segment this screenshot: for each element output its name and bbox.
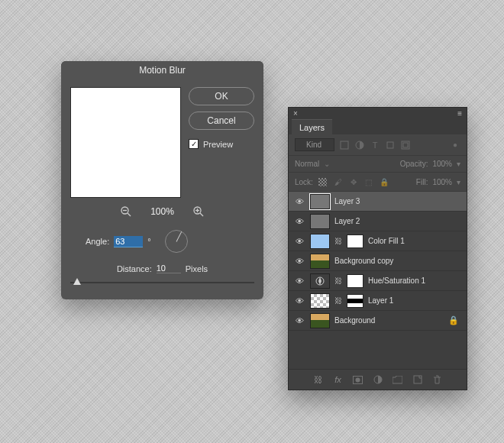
layer-name[interactable]: Hue/Saturation 1 [368, 276, 462, 285]
lock-pixels-icon[interactable]: 🖌 [333, 176, 344, 187]
layer-row[interactable]: 👁 ⛓ Hue/Saturation 1 [289, 271, 467, 291]
slider-thumb-icon[interactable] [73, 278, 81, 285]
filter-smart-icon[interactable] [400, 140, 411, 150]
lock-icon: 🔒 [448, 315, 459, 325]
layer-thumb[interactable] [310, 194, 330, 209]
layer-style-icon[interactable]: fx [333, 374, 344, 385]
angle-label: Angle: [86, 237, 109, 246]
svg-line-1 [128, 213, 131, 216]
new-layer-icon[interactable] [412, 374, 423, 385]
motion-blur-dialog: Motion Blur OK Cancel ✓ Preview 100% [61, 61, 263, 299]
layer-name[interactable]: Background copy [334, 257, 462, 265]
dialog-title[interactable]: Motion Blur [61, 61, 263, 79]
layer-name[interactable]: Color Fill 1 [368, 237, 462, 245]
layer-row[interactable]: 👁 ⛓ Layer 1 [289, 291, 467, 311]
layer-filter-kind[interactable] [295, 138, 334, 151]
visibility-icon[interactable]: 👁 [293, 276, 305, 286]
layer-thumb[interactable] [310, 254, 330, 269]
zoom-percent: 100% [150, 206, 174, 217]
layer-row[interactable]: 👁 Background 🔒 [289, 311, 467, 331]
layers-panel: × ≡ Layers T ● Normal ⌄ Opacity: 100% ▾ … [288, 107, 467, 390]
layer-name[interactable]: Layer 3 [334, 197, 462, 205]
filter-toggle-icon[interactable]: ● [450, 140, 460, 150]
adjustment-icon[interactable] [310, 273, 330, 289]
link-icon[interactable]: ⛓ [334, 296, 342, 305]
preview-checkbox[interactable]: ✓ [189, 139, 199, 149]
visibility-icon[interactable]: 👁 [293, 296, 305, 306]
layer-row[interactable]: 👁 Layer 2 [289, 212, 467, 231]
layer-mask[interactable] [347, 234, 363, 248]
angle-input[interactable] [114, 236, 143, 247]
fill-label: Fill: [416, 178, 428, 186]
layer-row[interactable]: 👁 Layer 3 [289, 192, 467, 212]
fill-value[interactable]: 100% [432, 178, 452, 186]
svg-rect-11 [403, 143, 408, 147]
tab-layers[interactable]: Layers [292, 119, 332, 134]
zoom-in-icon[interactable] [192, 205, 205, 218]
lock-label: Lock: [295, 178, 313, 186]
opacity-label: Opacity: [400, 160, 428, 168]
svg-point-17 [356, 377, 360, 382]
layer-name[interactable]: Background [334, 316, 444, 325]
layer-thumb[interactable] [310, 234, 330, 249]
filter-shape-icon[interactable] [385, 140, 396, 150]
distance-input[interactable] [157, 264, 181, 273]
svg-rect-12 [318, 178, 327, 186]
layer-name[interactable]: Layer 2 [334, 217, 462, 225]
link-layers-icon[interactable]: ⛓ [313, 374, 324, 385]
visibility-icon[interactable]: 👁 [293, 237, 305, 246]
new-group-icon[interactable] [393, 374, 403, 385]
filter-preview[interactable] [70, 87, 181, 198]
layer-thumb[interactable] [310, 293, 330, 309]
filter-adjust-icon[interactable] [354, 140, 365, 150]
svg-rect-9 [387, 142, 393, 148]
layer-mask[interactable] [347, 274, 363, 288]
panel-menu-icon[interactable]: ≡ [457, 109, 462, 118]
delete-layer-icon[interactable] [432, 374, 443, 385]
lock-all-icon[interactable]: 🔒 [379, 176, 389, 187]
filter-type-icon[interactable]: T [370, 140, 380, 150]
link-icon[interactable]: ⛓ [334, 276, 342, 285]
cancel-button[interactable]: Cancel [189, 112, 254, 130]
svg-rect-19 [414, 376, 422, 383]
lock-position-icon[interactable]: ✥ [348, 176, 359, 187]
zoom-out-icon[interactable] [120, 205, 132, 218]
link-icon[interactable]: ⛓ [334, 237, 342, 245]
filter-pixel-icon[interactable] [339, 140, 350, 150]
lock-artboard-icon[interactable]: ⬚ [363, 176, 374, 187]
layer-mask[interactable] [347, 294, 363, 308]
distance-slider[interactable] [70, 278, 254, 287]
layer-row[interactable]: 👁 Background copy [289, 251, 467, 271]
visibility-icon[interactable]: 👁 [293, 316, 305, 325]
layer-name[interactable]: Layer 1 [368, 296, 462, 305]
degree-symbol: ° [147, 237, 150, 246]
distance-label: Distance: [117, 264, 152, 273]
layer-thumb[interactable] [310, 214, 330, 229]
distance-unit: Pixels [186, 264, 208, 273]
new-adjustment-icon[interactable] [373, 374, 383, 385]
preview-label: Preview [203, 140, 233, 149]
opacity-value[interactable]: 100% [432, 160, 452, 168]
visibility-icon[interactable]: 👁 [293, 217, 305, 226]
add-mask-icon[interactable] [353, 374, 363, 385]
panel-close-icon[interactable]: × [293, 109, 298, 118]
visibility-icon[interactable]: 👁 [293, 197, 305, 206]
svg-line-4 [200, 213, 203, 216]
layer-row[interactable]: 👁 ⛓ Color Fill 1 [289, 231, 467, 251]
layer-thumb[interactable] [310, 313, 330, 328]
layer-list: 👁 Layer 3 👁 Layer 2 👁 ⛓ Color Fill 1 👁 B… [289, 192, 467, 369]
svg-rect-7 [341, 141, 348, 149]
lock-transparency-icon[interactable] [318, 176, 328, 187]
angle-dial[interactable] [165, 230, 188, 253]
visibility-icon[interactable]: 👁 [293, 257, 305, 266]
ok-button[interactable]: OK [189, 87, 254, 105]
blend-mode-select[interactable]: Normal [295, 160, 319, 168]
